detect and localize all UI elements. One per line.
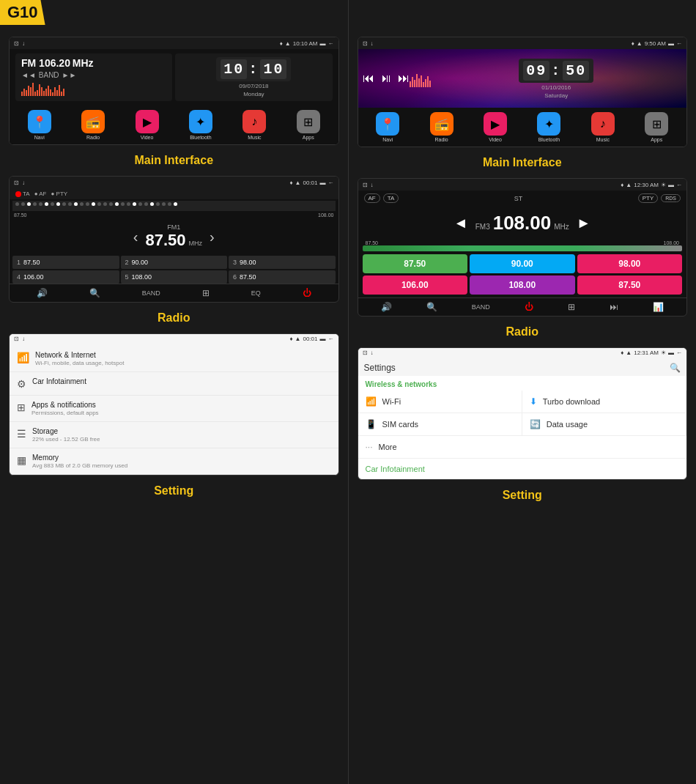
r-chart-icon[interactable]: 📊 (653, 302, 664, 312)
c500-rewind[interactable]: ⏮ (363, 72, 374, 85)
c500-data-item[interactable]: 🔄 Data usage (522, 413, 686, 436)
apps-icon: ⊞ (17, 402, 26, 413)
settings-time: 00:01 (303, 336, 317, 344)
c500-car-infotainment[interactable]: Car Infotainment (358, 459, 687, 479)
r-bt-icon: ♦ (632, 40, 634, 47)
band-btn2[interactable]: BAND (142, 289, 160, 297)
r-time-display: 9:50 AM (645, 40, 666, 47)
preset-1[interactable]: 187.50 (12, 256, 119, 269)
r-settings-time: 12:31 AM (634, 350, 659, 358)
pty-pill[interactable]: PTY (638, 193, 659, 203)
settings-memory[interactable]: ▦ Memory Avg 883 MB of 2.0 GB memory use… (10, 448, 338, 475)
memory-title: Memory (32, 454, 127, 462)
r-home-icon3: ⊡ (363, 350, 368, 358)
band-btn[interactable]: BAND (39, 71, 59, 79)
settings-apps[interactable]: ⊞ Apps & notifications Permissions, defa… (10, 396, 338, 422)
c500-media-area: ⏮ ⏯ ⏭ 09 (358, 49, 687, 108)
search-icon[interactable]: 🔍 (89, 288, 100, 298)
r-app-icon-music[interactable]: ♪ Music (591, 112, 615, 142)
c500-download-icon: ⬇ (530, 396, 537, 407)
c500-ffwd[interactable]: ⏭ (398, 72, 410, 85)
c500-freq-next[interactable]: ► (577, 215, 591, 232)
left-clock-widget: 10 : 10 09/07/2018 Monday (175, 53, 332, 101)
right-radio-status-bar: ⊡ ↓ ♦ ▲ 12:30 AM ☀ ▬ ← (358, 179, 687, 191)
c500-preset-6[interactable]: 87.50 (577, 275, 683, 295)
r-grid-icon[interactable]: ⊞ (568, 302, 575, 312)
storage-icon: ☰ (17, 428, 26, 440)
r-app-icon-apps[interactable]: ⊞ Apps (645, 112, 668, 142)
right-main-interface-screen: ⊡ ↓ ♦ ▲ 9:50 AM ▬ ← ⏮ ⏯ ⏭ (358, 37, 688, 147)
app-icon-bluetooth[interactable]: ✦ Bluetooth (189, 110, 212, 140)
r-app-icon-navi[interactable]: 📍 Navi (376, 112, 399, 142)
r-app-icon-video[interactable]: ▶ Video (484, 112, 507, 142)
next-btn[interactable]: ►► (62, 71, 77, 79)
r-battery-icon2: ▬ (668, 182, 674, 188)
apps-title: Apps & notifications (32, 401, 99, 409)
r-power-icon[interactable]: ⏻ (525, 302, 533, 312)
r-app-icon-radio[interactable]: 📻 Radio (430, 112, 453, 142)
c500-preset-5[interactable]: 108.00 (470, 275, 575, 295)
c500-wifi-item[interactable]: 📶 Wi-Fi (358, 391, 522, 413)
freq-max: 108.00 (318, 212, 333, 218)
settings-search-icon[interactable]: 🔍 (670, 363, 681, 373)
c500-preset-3[interactable]: 98.00 (577, 254, 683, 273)
c500-wireless-section: Wireless & networks (358, 376, 687, 391)
ta-control[interactable]: TA (15, 191, 30, 197)
c500-play[interactable]: ⏯ (380, 72, 392, 85)
af-pill[interactable]: AF (364, 193, 380, 203)
freq-prev[interactable]: ‹ (133, 229, 138, 245)
grid-icon[interactable]: ⊞ (202, 288, 210, 298)
c500-turbo-item[interactable]: ⬇ Turbo download (522, 391, 686, 413)
ta-pill[interactable]: TA (383, 193, 399, 203)
preset-2[interactable]: 290.00 (121, 256, 228, 269)
prev-btn[interactable]: ◄◄ (21, 71, 36, 79)
back-icon3: ← (328, 336, 334, 344)
eq-btn[interactable]: EQ (251, 289, 261, 297)
settings-storage[interactable]: ☰ Storage 22% used - 12.52 GB free (10, 422, 338, 448)
freq-next[interactable]: › (210, 229, 215, 245)
c500-preset-2[interactable]: 90.00 (470, 254, 575, 273)
r-search-icon[interactable]: 🔍 (426, 302, 437, 312)
power-icon[interactable]: ⏻ (303, 288, 311, 298)
r-app-icon-bluetooth[interactable]: ✦ Bluetooth (537, 112, 560, 142)
pty-control[interactable]: ● PTY (51, 191, 67, 197)
c500-data-icon: 🔄 (530, 419, 541, 429)
app-icon-navi[interactable]: 📍 Navi (28, 110, 51, 140)
preset-3[interactable]: 398.00 (229, 256, 336, 269)
app-icon-radio[interactable]: 📻 Radio (81, 110, 105, 140)
preset-4[interactable]: 4106.00 (12, 270, 119, 284)
app-icon-video[interactable]: ▶ Video (136, 110, 159, 140)
r-volume-icon[interactable]: 🔊 (381, 302, 392, 312)
c500-preset-grid: 87.50 90.00 98.00 106.00 108.00 87.50 (358, 251, 687, 297)
r-skip-icon[interactable]: ⏭ (610, 302, 618, 312)
app-icon-apps[interactable]: ⊞ Apps (297, 110, 320, 140)
c500-preset-1[interactable]: 87.50 (363, 254, 468, 273)
back-icon: ← (328, 40, 334, 47)
af-control[interactable]: ● AF (34, 191, 47, 197)
r-band-btn[interactable]: BAND (472, 303, 490, 311)
c500-more-item[interactable]: ··· More (358, 436, 687, 459)
r-bt-icon3: ♦ (621, 350, 623, 358)
c500-freq-bar: ◄ FM3 108.00 MHz ► (358, 206, 687, 240)
c500-sim-item[interactable]: 📱 SIM cards (358, 413, 522, 436)
c500-freq-prev[interactable]: ◄ (453, 215, 468, 232)
settings-car[interactable]: ⚙ Car Infotainment (10, 372, 338, 396)
volume-icon[interactable]: 🔊 (37, 288, 48, 298)
memory-icon: ▦ (17, 454, 26, 466)
r-bt-icon2: ♦ (621, 182, 623, 188)
c500-preset-4[interactable]: 106.00 (363, 275, 468, 295)
c500-wifi-label: Wi-Fi (382, 397, 401, 406)
c500-radio-top-controls: AF TA ST PTY RDS (358, 191, 687, 206)
preset-5[interactable]: 5108.00 (121, 270, 228, 284)
app-icon-music[interactable]: ♪ Music (243, 110, 266, 140)
c500-flip-clock: 09 : 50 (519, 59, 593, 83)
right-radio-bottom-bar: 🔊 🔍 BAND ⏻ ⊞ ⏭ 📊 (358, 297, 687, 316)
car-title: Car Infotainment (32, 377, 86, 385)
signal-icon2: ▲ (295, 180, 301, 186)
r-back-icon2: ← (676, 182, 682, 188)
bt-icon2: ♦ (289, 180, 292, 186)
settings-network[interactable]: 📶 Network & Internet Wi-Fi, mobile, data… (10, 346, 338, 372)
rds-pill[interactable]: RDS (661, 194, 681, 202)
preset-6[interactable]: 687.50 (229, 270, 336, 284)
st-label: ST (401, 195, 634, 202)
